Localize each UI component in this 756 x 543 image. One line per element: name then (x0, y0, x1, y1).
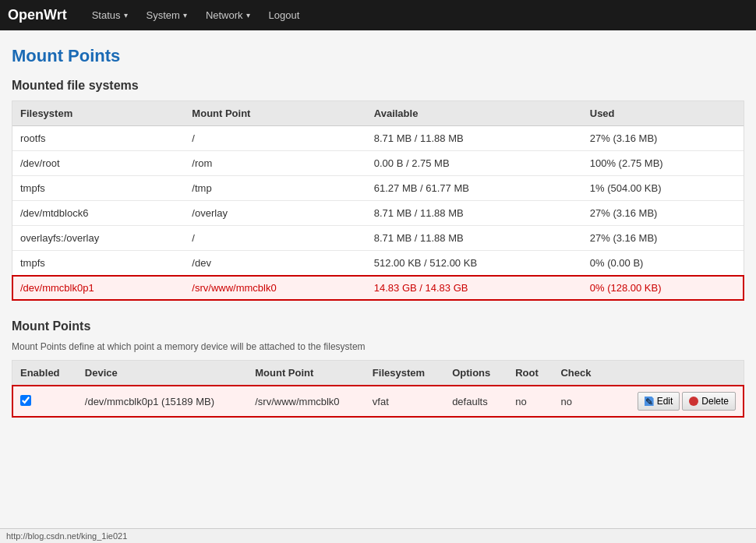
table-cell: tmpfs (12, 176, 184, 201)
table-cell: /overlay (184, 201, 366, 226)
col-used: Used (582, 101, 744, 126)
filesystem-table-head: Filesystem Mount Point Available Used (12, 101, 744, 126)
col-actions (607, 361, 744, 386)
col-mount-point-2: Mount Point (247, 361, 365, 386)
table-row: /dev/mmcblk0p1 (15189 MB)/srv/www/mmcblk… (12, 386, 744, 418)
nav-system-label: System (147, 9, 180, 21)
col-device: Device (77, 361, 247, 386)
mountpoints-table: Enabled Device Mount Point Filesystem Op… (12, 361, 744, 417)
mountpoints-header-row: Enabled Device Mount Point Filesystem Op… (12, 361, 744, 386)
table-row: /dev/mtdblock6/overlay8.71 MB / 11.88 MB… (12, 201, 744, 226)
nav-logout-label: Logout (269, 9, 300, 21)
table-cell: rootfs (12, 126, 184, 151)
mountpoints-table-head: Enabled Device Mount Point Filesystem Op… (12, 361, 744, 386)
navbar: OpenWrt Status ▾ System ▾ Network ▾ Logo… (0, 0, 756, 30)
table-cell: vfat (365, 386, 444, 418)
nav-network-label: Network (206, 9, 243, 21)
table-cell: /dev/mtdblock6 (12, 201, 184, 226)
table-cell: /srv/www/mmcblk0 (247, 386, 365, 418)
mountpoints-table-container: Enabled Device Mount Point Filesystem Op… (12, 360, 744, 418)
table-cell: 0% (0.00 B) (582, 251, 744, 276)
table-row: rootfs/8.71 MB / 11.88 MB27% (3.16 MB) (12, 126, 744, 151)
actions-cell: ✎Edit✕Delete (607, 386, 744, 418)
page-title: Mount Points (12, 46, 744, 66)
filesystem-table-container: Filesystem Mount Point Available Used ro… (12, 100, 744, 301)
table-cell: 0.00 B / 2.75 MB (366, 151, 582, 176)
table-cell: / (184, 226, 366, 251)
mountpoints-heading: Mount Points (12, 319, 744, 333)
nav-network-arrow: ▾ (246, 11, 250, 19)
col-available: Available (366, 101, 582, 126)
table-cell: 61.27 MB / 61.77 MB (366, 176, 582, 201)
table-cell: /dev (184, 251, 366, 276)
col-mount-point: Mount Point (184, 101, 366, 126)
table-row: tmpfs/dev512.00 KB / 512.00 KB0% (0.00 B… (12, 251, 744, 276)
nav-status-arrow: ▾ (124, 11, 128, 19)
filesystem-table-body: rootfs/8.71 MB / 11.88 MB27% (3.16 MB)/d… (12, 126, 744, 301)
table-cell: /dev/root (12, 151, 184, 176)
table-cell: / (184, 126, 366, 151)
enabled-cell (12, 386, 77, 418)
table-row: /dev/mmcblk0p1/srv/www/mmcblk014.83 GB /… (12, 276, 744, 301)
nav-logout[interactable]: Logout (260, 0, 309, 30)
table-row: tmpfs/tmp61.27 MB / 61.77 MB1% (504.00 K… (12, 176, 744, 201)
filesystem-table: Filesystem Mount Point Available Used ro… (12, 101, 744, 300)
nav-system-arrow: ▾ (183, 11, 187, 19)
table-cell: 8.71 MB / 11.88 MB (366, 226, 582, 251)
mountpoints-subtitle: Mount Points define at which point a mem… (12, 341, 744, 352)
table-cell: 0% (128.00 KB) (582, 276, 744, 301)
table-cell: 27% (3.16 MB) (582, 226, 744, 251)
table-cell: overlayfs:/overlay (12, 226, 184, 251)
mountpoints-section: Mount Points Mount Points define at whic… (12, 319, 744, 418)
table-cell: no (553, 386, 606, 418)
delete-icon: ✕ (689, 397, 698, 406)
filesystem-heading: Mounted file systems (12, 79, 744, 93)
nav-status[interactable]: Status ▾ (83, 0, 137, 30)
table-row: overlayfs:/overlay/8.71 MB / 11.88 MB27%… (12, 226, 744, 251)
filesystem-section: Mounted file systems Filesystem Mount Po… (12, 79, 744, 301)
brand-logo[interactable]: OpenWrt (8, 7, 67, 23)
table-cell: /dev/mmcblk0p1 (12, 276, 184, 301)
table-cell: 8.71 MB / 11.88 MB (366, 201, 582, 226)
nav-system[interactable]: System ▾ (137, 0, 196, 30)
table-cell: /dev/mmcblk0p1 (15189 MB) (77, 386, 247, 418)
col-enabled: Enabled (12, 361, 77, 386)
table-cell: 1% (504.00 KB) (582, 176, 744, 201)
filesystem-table-header-row: Filesystem Mount Point Available Used (12, 101, 744, 126)
table-cell: tmpfs (12, 251, 184, 276)
nav-status-label: Status (92, 9, 121, 21)
col-options: Options (444, 361, 507, 386)
table-cell: no (507, 386, 553, 418)
table-cell: defaults (444, 386, 507, 418)
table-cell: 27% (3.16 MB) (582, 126, 744, 151)
edit-icon: ✎ (645, 397, 654, 406)
table-row: /dev/root/rom0.00 B / 2.75 MB100% (2.75 … (12, 151, 744, 176)
nav-network[interactable]: Network ▾ (196, 0, 260, 30)
enabled-checkbox[interactable] (20, 395, 31, 406)
table-cell: /rom (184, 151, 366, 176)
table-cell: 14.83 GB / 14.83 GB (366, 276, 582, 301)
page-content: Mount Points Mounted file systems Filesy… (0, 30, 756, 452)
table-cell: /srv/www/mmcblk0 (184, 276, 366, 301)
col-root: Root (507, 361, 553, 386)
table-cell: 27% (3.16 MB) (582, 201, 744, 226)
table-cell: /tmp (184, 176, 366, 201)
table-cell: 8.71 MB / 11.88 MB (366, 126, 582, 151)
col-check: Check (553, 361, 606, 386)
delete-button[interactable]: ✕Delete (682, 392, 736, 411)
col-filesystem-2: Filesystem (365, 361, 444, 386)
table-cell: 512.00 KB / 512.00 KB (366, 251, 582, 276)
mountpoints-table-body: /dev/mmcblk0p1 (15189 MB)/srv/www/mmcblk… (12, 386, 744, 418)
col-filesystem: Filesystem (12, 101, 184, 126)
table-cell: 100% (2.75 MB) (582, 151, 744, 176)
edit-button[interactable]: ✎Edit (638, 392, 680, 411)
